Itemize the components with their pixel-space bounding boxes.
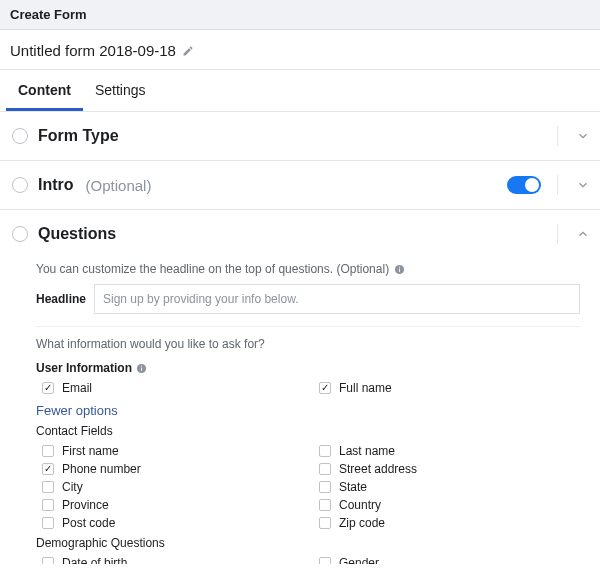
list-item[interactable]: Province bbox=[42, 498, 303, 512]
check-label: City bbox=[62, 480, 83, 494]
check-label: Post code bbox=[62, 516, 115, 530]
checkbox-icon bbox=[42, 382, 54, 394]
list-item[interactable]: Last name bbox=[319, 444, 580, 458]
list-item[interactable]: Street address bbox=[319, 462, 580, 476]
list-item[interactable]: Zip code bbox=[319, 516, 580, 530]
chevron-down-icon[interactable] bbox=[572, 174, 594, 196]
separator bbox=[557, 175, 558, 195]
intro-toggle[interactable] bbox=[507, 176, 541, 194]
separator bbox=[557, 126, 558, 146]
svg-rect-1 bbox=[400, 269, 401, 272]
headline-label: Headline bbox=[36, 292, 86, 306]
separator bbox=[557, 224, 558, 244]
check-label: State bbox=[339, 480, 367, 494]
check-label: Date of birth bbox=[62, 556, 127, 564]
checkbox-icon bbox=[42, 481, 54, 493]
list-item[interactable]: Gender bbox=[319, 556, 580, 564]
check-label: First name bbox=[62, 444, 119, 458]
list-item[interactable]: Phone number bbox=[42, 462, 303, 476]
checkbox-icon bbox=[319, 445, 331, 457]
checkbox-icon bbox=[42, 445, 54, 457]
svg-rect-5 bbox=[141, 365, 142, 366]
tabs: Content Settings bbox=[0, 70, 600, 112]
checkbox-icon bbox=[319, 481, 331, 493]
info-icon[interactable] bbox=[136, 363, 147, 374]
tab-content[interactable]: Content bbox=[6, 70, 83, 111]
dialog-title: Create Form bbox=[0, 0, 600, 30]
check-label: Full name bbox=[339, 381, 392, 395]
headline-input[interactable] bbox=[94, 284, 580, 314]
svg-rect-2 bbox=[400, 267, 401, 268]
svg-rect-4 bbox=[141, 367, 142, 370]
checkbox-icon bbox=[319, 463, 331, 475]
checkbox-icon bbox=[319, 517, 331, 529]
check-label: Zip code bbox=[339, 516, 385, 530]
section-title-intro: Intro bbox=[38, 176, 74, 194]
chevron-up-icon[interactable] bbox=[572, 223, 594, 245]
list-item[interactable]: State bbox=[319, 480, 580, 494]
check-label: Street address bbox=[339, 462, 417, 476]
scroll-area[interactable]: Form Type Intro (Optional) Questions bbox=[0, 112, 600, 564]
contact-fields-label: Contact Fields bbox=[36, 424, 580, 438]
customize-hint: You can customize the headline on the to… bbox=[36, 262, 580, 276]
pencil-icon[interactable] bbox=[182, 45, 194, 57]
check-label: Province bbox=[62, 498, 109, 512]
list-item[interactable]: Country bbox=[319, 498, 580, 512]
check-label: Country bbox=[339, 498, 381, 512]
ask-hint: What information would you like to ask f… bbox=[36, 337, 580, 351]
tab-settings[interactable]: Settings bbox=[83, 70, 158, 111]
intro-optional-label: (Optional) bbox=[86, 177, 152, 194]
list-item[interactable]: City bbox=[42, 480, 303, 494]
checkbox-icon bbox=[319, 499, 331, 511]
radio-form-type[interactable] bbox=[12, 128, 28, 144]
radio-intro[interactable] bbox=[12, 177, 28, 193]
check-full-name[interactable]: Full name bbox=[319, 381, 580, 395]
checkbox-icon bbox=[42, 517, 54, 529]
checkbox-icon bbox=[319, 382, 331, 394]
divider bbox=[36, 326, 580, 327]
form-title: Untitled form 2018-09-18 bbox=[10, 42, 176, 59]
check-label: Gender bbox=[339, 556, 379, 564]
checkbox-icon bbox=[42, 463, 54, 475]
checkbox-icon bbox=[42, 557, 54, 564]
chevron-down-icon[interactable] bbox=[572, 125, 594, 147]
fewer-options-link[interactable]: Fewer options bbox=[36, 403, 580, 418]
user-information-label: User Information bbox=[36, 361, 132, 375]
list-item[interactable]: Date of birth bbox=[42, 556, 303, 564]
demographic-label: Demographic Questions bbox=[36, 536, 580, 550]
check-email[interactable]: Email bbox=[42, 381, 303, 395]
checkbox-icon bbox=[42, 499, 54, 511]
list-item[interactable]: First name bbox=[42, 444, 303, 458]
check-label: Last name bbox=[339, 444, 395, 458]
section-title-questions: Questions bbox=[38, 225, 116, 243]
list-item[interactable]: Post code bbox=[42, 516, 303, 530]
checkbox-icon bbox=[319, 557, 331, 564]
check-label: Phone number bbox=[62, 462, 141, 476]
section-title-form-type: Form Type bbox=[38, 127, 119, 145]
info-icon[interactable] bbox=[394, 264, 405, 275]
check-label: Email bbox=[62, 381, 92, 395]
radio-questions[interactable] bbox=[12, 226, 28, 242]
